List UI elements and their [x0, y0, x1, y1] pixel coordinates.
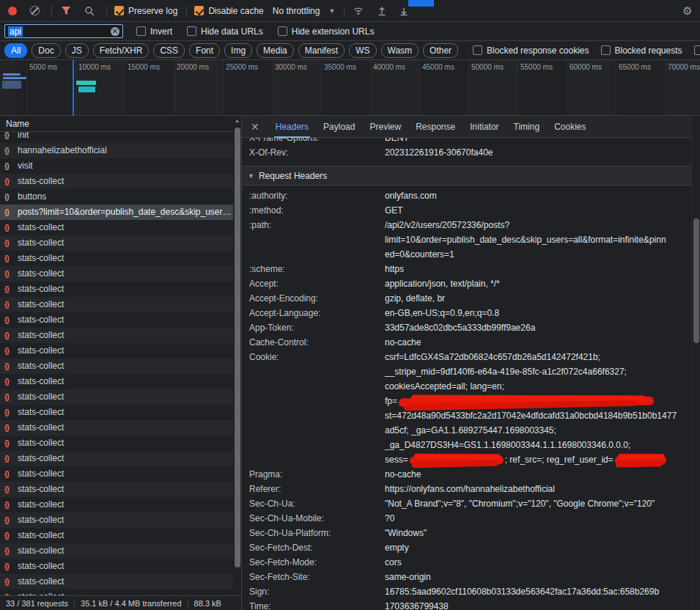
throttling-dropdown[interactable]: No throttling ▼ — [273, 6, 336, 16]
type-pill-doc[interactable]: Doc — [32, 43, 60, 58]
type-pill-font[interactable]: Font — [189, 43, 220, 58]
request-row[interactable]: {}stats-collect — [0, 512, 233, 528]
search-button[interactable] — [81, 3, 97, 19]
tab-headers[interactable]: Headers — [268, 116, 316, 138]
tab-response[interactable]: Response — [408, 116, 463, 138]
request-list-scrollbar[interactable]: ▲ — [233, 116, 242, 595]
request-row[interactable]: {}stats-collect — [0, 343, 233, 359]
divider — [51, 5, 52, 17]
tab-payload[interactable]: Payload — [316, 116, 362, 138]
tab-initiator[interactable]: Initiator — [463, 116, 506, 138]
name-column-header[interactable]: Name — [0, 116, 242, 132]
request-row[interactable]: {}stats-collect — [0, 374, 233, 389]
invert-checkbox[interactable]: Invert — [136, 26, 172, 37]
request-row[interactable]: {}stats-collect — [0, 574, 233, 589]
request-row[interactable]: {}stats-collect — [0, 359, 233, 374]
request-row[interactable]: {}stats-collect — [0, 312, 233, 328]
hide-extension-urls-checkbox[interactable]: Hide extension URLs — [278, 26, 375, 37]
header-name: Time: — [242, 599, 385, 610]
timeline-overview[interactable]: 5000 ms 10000 ms 15000 ms 20000 ms 25000… — [0, 60, 700, 116]
fetch-xhr-icon: {} — [4, 389, 9, 405]
type-pill-fetch-xhr[interactable]: Fetch/XHR — [93, 43, 150, 58]
import-har-button[interactable] — [374, 3, 390, 19]
request-row[interactable]: {}stats-collect — [0, 389, 233, 405]
type-pill-manifest[interactable]: Manifest — [298, 43, 345, 58]
preserve-log-checkbox[interactable]: Preserve log — [114, 6, 177, 16]
hide-data-urls-checkbox[interactable]: Hide data URLs — [187, 26, 263, 37]
blocked-requests-label: Blocked requests — [615, 45, 682, 56]
scrollbar-thumb[interactable] — [235, 128, 240, 567]
request-row[interactable]: {}stats-collect — [0, 543, 233, 559]
request-row[interactable]: {}stats-collect — [0, 436, 233, 451]
request-row[interactable]: {}stats-collect — [0, 497, 233, 512]
header-name: Sec-Ch-Ua: — [242, 496, 385, 511]
close-icon[interactable]: ✕ — [242, 121, 268, 133]
tab-preview[interactable]: Preview — [362, 116, 408, 138]
type-pill-ws[interactable]: WS — [349, 43, 376, 58]
third-party-requests-checkbox[interactable]: 3rd-party requests — [694, 45, 700, 56]
header-name: :method: — [242, 203, 385, 218]
header-value: "Not_A Brand";v="8", "Chromium";v="120",… — [385, 496, 691, 511]
request-row[interactable]: {}stats-collect — [0, 251, 233, 266]
disable-cache-checkbox[interactable]: Disable cache — [194, 6, 263, 16]
request-row[interactable]: {}stats-collect — [0, 405, 233, 420]
header-row: Referer:https://onlyfans.com/hannaheliza… — [242, 482, 691, 496]
request-row[interactable]: {}posts?limit=10&order=publish_date_desc… — [0, 205, 233, 220]
filter-input[interactable]: api ✕ — [4, 24, 123, 38]
header-value: csrf=LdfcGX4Sa72db06824c657db26a5d142472… — [385, 350, 691, 467]
fetch-xhr-icon: {} — [4, 543, 9, 559]
blocked-requests-checkbox[interactable]: Blocked requests — [601, 45, 682, 56]
cookie-fragment: sess= — [385, 455, 408, 465]
request-row[interactable]: {}visit — [0, 158, 233, 174]
download-icon — [399, 6, 409, 16]
type-pill-img[interactable]: Img — [224, 43, 252, 58]
record-button[interactable] — [4, 3, 21, 19]
type-pill-media[interactable]: Media — [257, 43, 294, 58]
header-name: Sec-Fetch-Dest: — [242, 540, 385, 555]
request-row[interactable]: {}hannahelizabethofficial — [0, 143, 233, 158]
type-pill-other[interactable]: Other — [423, 43, 458, 58]
request-row[interactable]: {}buttons — [0, 189, 233, 205]
tab-cookies[interactable]: Cookies — [547, 116, 593, 138]
type-pill-js[interactable]: JS — [65, 43, 89, 58]
time-tick: 55000 ms — [520, 63, 553, 71]
header-name: Accept: — [242, 276, 385, 291]
blocked-response-cookies-checkbox[interactable]: Blocked response cookies — [473, 45, 589, 56]
request-row[interactable]: {}stats-collect — [0, 174, 233, 189]
detail-scrollbar[interactable] — [691, 116, 700, 610]
settings-button[interactable]: ⚙ — [679, 3, 696, 19]
request-row[interactable]: {}stats-collect — [0, 482, 233, 497]
request-row[interactable]: {}stats-collect — [0, 528, 233, 543]
clear-filter-icon[interactable]: ✕ — [111, 27, 119, 36]
request-row[interactable]: {}stats-collect — [0, 559, 233, 574]
type-pill-css[interactable]: CSS — [153, 43, 185, 58]
tab-timing[interactable]: Timing — [506, 116, 548, 138]
header-value: onlyfans.com — [385, 188, 691, 203]
cookie-fragment: _ga_D4827DS3H4=GS1.1.1698003344.1.1.1698… — [385, 440, 630, 450]
request-row[interactable]: {}stats-collect — [0, 328, 233, 343]
network-conditions-button[interactable] — [350, 3, 366, 19]
request-row[interactable]: {}stats-collect — [0, 451, 233, 466]
time-tick: 30000 ms — [275, 63, 307, 71]
request-row[interactable]: {}stats-collect — [0, 220, 233, 235]
request-row[interactable]: {}stats-collect — [0, 297, 233, 312]
filter-button[interactable] — [58, 3, 74, 19]
request-name: buttons — [18, 191, 46, 202]
type-pill-wasm[interactable]: Wasm — [381, 43, 419, 58]
header-row: :authority:onlyfans.com — [242, 188, 691, 203]
scrollbar-thumb[interactable] — [693, 218, 699, 343]
request-row[interactable]: {}stats-collect — [0, 235, 233, 251]
request-row[interactable]: {}stats-collect — [0, 420, 233, 436]
header-value-line: cookiesAccepted=all; lang=en; — [385, 379, 677, 394]
request-row[interactable]: {}stats-collect — [0, 466, 233, 482]
request-name: stats-collect — [18, 222, 64, 232]
divider — [106, 5, 107, 17]
header-value: cors — [385, 555, 691, 570]
clear-button[interactable] — [26, 3, 43, 19]
type-pill-all[interactable]: All — [4, 43, 27, 58]
cookie-fragment: ad5cf; _ga=GA1.1.689275447.1698003345; — [385, 425, 556, 436]
request-row[interactable]: {}stats-collect — [0, 282, 233, 297]
checkbox-checked-icon — [114, 6, 124, 15]
request-row[interactable]: {}stats-collect — [0, 266, 233, 282]
request-headers-section-header[interactable]: ▼ Request Headers — [242, 166, 691, 185]
